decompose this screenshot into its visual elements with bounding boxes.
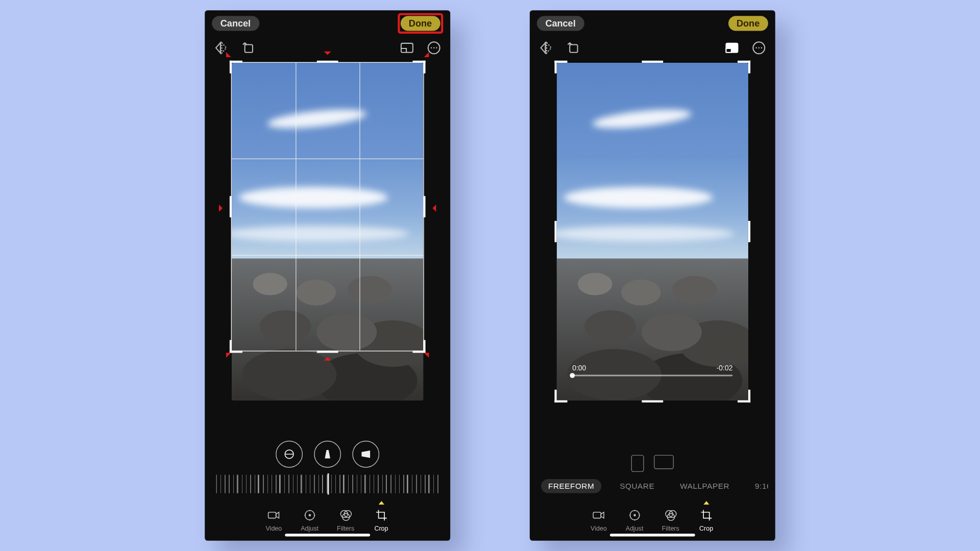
crop-handle-bottom-right[interactable] xyxy=(738,390,750,403)
mode-video[interactable]: Video xyxy=(265,502,282,532)
crop-handle-right[interactable] xyxy=(423,196,425,217)
svg-point-3 xyxy=(431,47,432,49)
crop-top-toolbar xyxy=(530,36,775,60)
svg-point-23 xyxy=(633,514,636,517)
crop-handle-top-left[interactable] xyxy=(230,61,242,73)
aspect-wallpaper[interactable]: WALLPAPER xyxy=(673,479,737,493)
mode-video[interactable]: Video xyxy=(590,502,607,532)
crop-handle-top-left[interactable] xyxy=(554,61,567,73)
crop-handle-bottom-left[interactable] xyxy=(554,390,567,403)
crop-handle-right[interactable] xyxy=(748,221,750,242)
aspect-ratio-selector[interactable]: FREEFORM SQUARE WALLPAPER 9:16 4:5 5:7 xyxy=(537,479,768,493)
horizontal-perspective-button[interactable] xyxy=(352,441,379,468)
done-highlight-annotation: Done xyxy=(398,13,444,33)
cancel-button[interactable]: Cancel xyxy=(212,16,259,31)
orientation-toggle xyxy=(537,455,768,472)
vertical-perspective-button[interactable] xyxy=(314,441,341,468)
flip-horizontal-icon[interactable] xyxy=(538,40,554,56)
more-icon[interactable] xyxy=(751,40,767,56)
svg-point-19 xyxy=(761,47,763,49)
crop-frame[interactable] xyxy=(231,62,424,352)
svg-point-9 xyxy=(308,514,311,517)
aspect-ratio-icon[interactable] xyxy=(399,40,415,56)
editor-top-bar: Cancel Done xyxy=(530,10,775,36)
mode-filters[interactable]: Filters xyxy=(337,502,354,532)
svg-rect-21 xyxy=(594,512,601,518)
phone-screenshot-2: Cancel Done xyxy=(530,10,775,541)
photo-canvas[interactable] xyxy=(232,63,423,400)
rotate-dial[interactable] xyxy=(216,475,438,493)
crop-handle-top[interactable] xyxy=(642,61,663,63)
svg-rect-1 xyxy=(401,43,413,53)
home-indicator xyxy=(610,534,695,537)
scrubber-knob[interactable] xyxy=(570,373,575,378)
svg-point-18 xyxy=(758,47,760,49)
crop-handle-left[interactable] xyxy=(554,221,556,242)
crop-handle-bottom[interactable] xyxy=(642,400,663,403)
crop-handle-top-right[interactable] xyxy=(738,61,750,73)
orientation-portrait[interactable] xyxy=(631,455,644,472)
svg-rect-0 xyxy=(245,44,253,52)
mode-crop[interactable]: Crop xyxy=(698,502,715,532)
crop-handle-top-right[interactable] xyxy=(412,61,425,73)
editor-top-bar: Cancel Done xyxy=(205,10,450,36)
time-elapsed: 0:00 xyxy=(572,364,586,372)
edit-mode-tabs: Video Adjust Filters Crop xyxy=(212,502,443,532)
svg-rect-7 xyxy=(268,512,276,518)
aspect-ratio-icon[interactable] xyxy=(724,40,740,56)
annotation-arrow xyxy=(424,348,434,358)
rotate-icon[interactable] xyxy=(565,40,581,56)
straighten-button[interactable] xyxy=(276,441,303,468)
time-remaining: -0:02 xyxy=(717,364,733,372)
crop-adjust-buttons xyxy=(212,441,443,468)
crop-handle-top[interactable] xyxy=(317,61,338,63)
annotation-arrow xyxy=(324,52,331,59)
aspect-freeform[interactable]: FREEFORM xyxy=(541,479,601,493)
orientation-landscape[interactable] xyxy=(654,455,674,469)
done-button[interactable]: Done xyxy=(400,16,440,31)
mode-filters[interactable]: Filters xyxy=(662,502,679,532)
crop-handle-left[interactable] xyxy=(230,196,232,217)
annotation-arrow xyxy=(219,205,226,212)
aspect-square[interactable]: SQUARE xyxy=(612,479,662,493)
photo-canvas[interactable]: 0:00 -0:02 xyxy=(557,63,748,400)
crop-handle-bottom[interactable] xyxy=(317,350,338,353)
home-indicator xyxy=(285,534,370,537)
video-scrubber[interactable]: 0:00 -0:02 xyxy=(572,364,732,377)
mode-crop[interactable]: Crop xyxy=(373,502,389,532)
svg-point-5 xyxy=(436,47,437,49)
svg-rect-15 xyxy=(726,48,731,53)
svg-point-4 xyxy=(433,47,435,49)
edit-mode-tabs: Video Adjust Filters Crop xyxy=(537,502,768,532)
svg-point-17 xyxy=(755,47,757,49)
annotation-arrow xyxy=(429,205,436,212)
svg-rect-13 xyxy=(570,44,577,52)
cancel-button[interactable]: Cancel xyxy=(537,16,584,31)
crop-handle-bottom-left[interactable] xyxy=(230,340,242,353)
aspect-9-16[interactable]: 9:16 xyxy=(748,479,768,493)
phone-screenshot-1: Cancel Done xyxy=(205,10,450,541)
crop-handle-bottom-right[interactable] xyxy=(412,340,425,353)
annotation-arrow xyxy=(324,354,331,361)
done-button[interactable]: Done xyxy=(728,16,768,31)
mode-adjust[interactable]: Adjust xyxy=(626,502,644,532)
rotate-icon[interactable] xyxy=(240,40,256,56)
mode-adjust[interactable]: Adjust xyxy=(301,502,318,532)
